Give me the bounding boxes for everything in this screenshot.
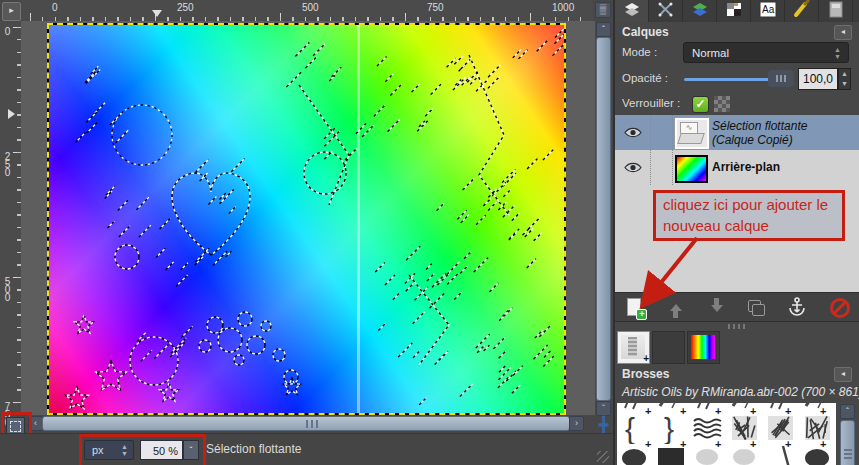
layers-title: Calques — [622, 25, 669, 39]
scroll-right-button[interactable]: › — [569, 416, 584, 431]
annotation-box: cliquez ici pour ajouter le nouveau calq… — [653, 190, 845, 241]
layer-name-text: Sélection flottante — [712, 119, 807, 133]
grid-plus-mark: + — [715, 405, 721, 417]
visibility-cell[interactable] — [615, 150, 651, 185]
brush-thumbnail[interactable] — [763, 403, 798, 411]
horizontal-ruler[interactable]: 02505007501000 — [21, 0, 593, 22]
svg-text:Aa: Aa — [762, 4, 775, 15]
grid-plus-mark: + — [785, 438, 791, 450]
brush-thumbnail[interactable] — [800, 411, 835, 444]
tab-channels[interactable] — [683, 0, 717, 22]
svg-text:}: } — [664, 412, 674, 444]
horizontal-scroll-handle[interactable] — [42, 416, 570, 431]
vertical-scroll-handle[interactable] — [596, 37, 611, 401]
new-layer-button[interactable]: + — [624, 296, 646, 318]
image-canvas[interactable] — [49, 25, 564, 413]
layer-row-floating-selection[interactable]: ∿ Sélection flottante (Calque Copié) — [615, 115, 859, 150]
vertical-scrollbar[interactable]: ˆ ˇ — [595, 21, 611, 415]
grid-plus-mark: + — [715, 438, 721, 450]
scroll-up-button[interactable]: ˆ — [840, 404, 855, 419]
brushes-tab-thumbnail — [621, 335, 645, 359]
dock-drag-handle[interactable] — [728, 323, 746, 330]
lock-pixels-checkbox[interactable]: ✓ — [692, 96, 709, 113]
brush-info: Artistic Oils by RMiranda.abr-002 (700 ×… — [622, 385, 859, 399]
opacity-value[interactable]: 100,0 — [798, 68, 838, 90]
layers-toolbar: + — [615, 292, 859, 322]
grid-plus-mark: + — [750, 405, 756, 417]
duplicate-layer-button[interactable] — [746, 296, 768, 318]
vertical-ruler[interactable]: 0250500750 — [0, 21, 22, 413]
layer-row-background[interactable]: Arrière-plan — [615, 150, 859, 185]
tab-paths[interactable] — [649, 0, 683, 22]
grid-plus-mark: + — [680, 438, 686, 450]
delete-layer-button[interactable] — [828, 296, 850, 318]
fonts-icon: Aa — [759, 0, 777, 22]
tab-tool-history[interactable] — [785, 0, 819, 22]
brush-thumbnail[interactable] — [800, 444, 835, 465]
tab-patterns[interactable] — [652, 331, 685, 364]
opacity-spinner[interactable]: ▲▼ — [838, 68, 851, 90]
status-message: Sélection flottante — [206, 442, 301, 456]
zoom-fit-corner-button[interactable]: ▒ — [595, 2, 611, 18]
ruler-corner-menu-button[interactable]: ▸ — [2, 2, 21, 21]
brush-thumbnail[interactable] — [800, 403, 835, 411]
tab-colormap[interactable] — [717, 0, 751, 22]
v-ruler-label: 500 — [2, 276, 13, 300]
layers-header: Calques ◂ — [615, 24, 859, 42]
grid-plus-mark: + — [820, 438, 826, 450]
layer-thumbnail-cell[interactable] — [672, 150, 710, 185]
opacity-slider-handle[interactable] — [768, 70, 794, 87]
tab-images[interactable] — [819, 0, 853, 22]
v-ruler-label: 250 — [2, 151, 13, 175]
anchor-layer-button[interactable] — [787, 296, 809, 318]
channels-icon — [691, 0, 709, 22]
mode-value: Normal — [692, 47, 729, 59]
lower-layer-button[interactable] — [706, 296, 728, 318]
brush-thumbnail[interactable] — [763, 411, 798, 444]
horizontal-scrollbar[interactable]: ‹ › — [27, 415, 584, 431]
visibility-cell[interactable] — [615, 115, 651, 150]
arrow-down-icon — [711, 296, 723, 318]
layer-name[interactable]: Sélection flottante (Calque Copié) — [712, 119, 807, 147]
brush-grid[interactable]: {}++++++++++++ — [617, 403, 836, 465]
grid-plus-mark: + — [750, 438, 756, 450]
h-ruler-label: 0 — [52, 2, 58, 13]
h-ruler-label: 500 — [302, 2, 319, 13]
resize-grip[interactable] — [597, 451, 609, 463]
tab-brushes[interactable]: + — [617, 331, 650, 364]
tab-gradients[interactable] — [687, 331, 720, 364]
layer-name[interactable]: Arrière-plan — [712, 160, 780, 174]
image-viewport[interactable] — [21, 21, 595, 415]
brushes-header: Brosses ◂ — [615, 366, 859, 384]
link-cell[interactable] — [650, 150, 673, 185]
layers-collapse-button[interactable]: ◂ — [834, 25, 852, 40]
tab-layers[interactable] — [615, 0, 649, 22]
background-layer-thumbnail — [675, 155, 708, 183]
mode-select[interactable]: Normal ▲▼ — [683, 42, 849, 63]
zoom-annotation-highlight — [79, 434, 206, 465]
layer-thumbnail-cell[interactable]: ∿ — [672, 115, 710, 150]
opacity-label: Opacité : — [622, 72, 668, 84]
dialog-tabs: Aa — [615, 0, 859, 22]
raise-layer-button[interactable] — [665, 296, 687, 318]
grid-plus-mark: + — [820, 405, 826, 417]
tab-fonts[interactable]: Aa — [751, 0, 785, 22]
gradients-tab-thumbnail — [691, 335, 715, 359]
opacity-slider[interactable] — [684, 78, 794, 81]
layer-boundary — [47, 23, 566, 415]
brushes-collapse-button[interactable]: ◂ — [834, 367, 852, 382]
link-cell[interactable] — [650, 115, 673, 150]
scroll-down-button[interactable]: ˇ — [596, 401, 611, 416]
brush-scrollbar[interactable]: ˆ — [839, 403, 855, 465]
brush-thumbnail[interactable] — [763, 444, 798, 465]
gimp-window: ▸ 02505007501000 0250500750 ˆ ˇ ▒ ‹ › — [0, 0, 859, 465]
lock-alpha-checker-icon[interactable] — [714, 96, 730, 112]
brush-scroll-handle[interactable] — [840, 420, 855, 465]
eye-icon — [624, 126, 642, 139]
right-dock: Aa Calques ◂ Mode : Normal ▲▼ — [615, 0, 859, 465]
navigation-button[interactable]: ╋ — [596, 417, 611, 432]
scroll-up-button[interactable]: ˆ — [596, 22, 611, 37]
duplicate-icon — [748, 300, 761, 312]
canvas-area: ▸ 02505007501000 0250500750 ˆ ˇ ▒ ‹ › — [0, 0, 613, 465]
brushes-title: Brosses — [622, 367, 669, 381]
